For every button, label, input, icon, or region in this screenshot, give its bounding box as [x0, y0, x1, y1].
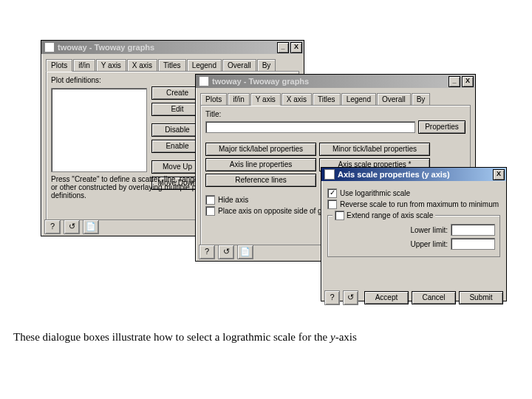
app-icon: [199, 76, 209, 86]
close-button[interactable]: X: [493, 169, 505, 180]
tab-overall[interactable]: Overall: [377, 93, 411, 105]
close-button[interactable]: X: [462, 76, 474, 87]
checkbox-checked-icon: ✓: [327, 188, 337, 198]
tab-xaxis[interactable]: X axis: [282, 93, 312, 105]
checkbox-icon: [205, 206, 215, 216]
title-label: Title:: [205, 110, 466, 118]
checkbox-icon[interactable]: [335, 211, 344, 220]
help-icon[interactable]: ?: [44, 219, 61, 234]
plot-definitions-list[interactable]: [51, 88, 147, 172]
extend-range-label: Extend range of axis scale: [347, 211, 433, 219]
log-scale-checkbox[interactable]: ✓ Use logarithmic scale: [327, 188, 500, 198]
copy-icon[interactable]: 📄: [237, 245, 253, 259]
caption-ital: y: [330, 331, 335, 343]
app-icon: [324, 169, 335, 180]
extend-range-group: Extend range of axis scale Lower limit: …: [327, 215, 500, 257]
major-tick-button[interactable]: Major tick/label properties: [205, 143, 316, 156]
properties-button[interactable]: Properties: [418, 120, 466, 134]
hide-axis-label: Hide axis: [218, 196, 248, 204]
reset-icon[interactable]: ↺: [218, 245, 234, 259]
axis-line-button[interactable]: Axis line properties: [205, 158, 316, 171]
submit-button[interactable]: Submit: [459, 291, 503, 304]
reset-icon[interactable]: ↺: [64, 219, 80, 234]
cancel-button[interactable]: Cancel: [412, 291, 456, 304]
checkbox-icon: [327, 200, 337, 209]
dlg3-title: Axis scale properties (y axis): [338, 170, 493, 179]
hint-text: Press "Create" to define a scatter, line…: [51, 175, 206, 200]
lower-limit-label: Lower limit:: [410, 226, 448, 234]
close-button[interactable]: X: [290, 42, 302, 53]
tab-xaxis[interactable]: X axis: [127, 59, 157, 71]
tab-legend[interactable]: Legend: [341, 93, 376, 105]
help-icon[interactable]: ?: [199, 245, 215, 259]
copy-icon[interactable]: 📄: [83, 219, 99, 234]
log-scale-label: Use logarithmic scale: [340, 189, 410, 197]
lower-limit-input[interactable]: [451, 224, 495, 236]
caption-post: -axis: [335, 331, 357, 343]
upper-limit-label: Upper limit:: [410, 240, 448, 248]
dlg3-titlebar[interactable]: Axis scale properties (y axis) X: [321, 168, 506, 181]
tab-plots[interactable]: Plots: [46, 59, 72, 72]
tab-titles[interactable]: Titles: [158, 59, 186, 71]
caption-pre: These dialogue boxes illustrate how to s…: [13, 331, 330, 343]
minimize-button[interactable]: _: [449, 76, 460, 87]
title-input[interactable]: [205, 121, 415, 133]
dlg1-titlebar[interactable]: twoway - Twoway graphs _ X: [41, 41, 304, 54]
tab-plots[interactable]: Plots: [200, 93, 227, 105]
tab-titles[interactable]: Titles: [313, 93, 341, 105]
caption: These dialogue boxes illustrate how to s…: [13, 331, 357, 344]
minimize-button[interactable]: _: [277, 42, 289, 53]
upper-limit-input[interactable]: [451, 238, 495, 250]
reference-lines-button[interactable]: Reference lines: [205, 174, 316, 187]
dlg2-titlebar[interactable]: twoway - Twoway graphs _ X: [196, 75, 475, 88]
dlg2-title: twoway - Twoway graphs: [212, 77, 449, 86]
opposite-side-label: Place axis on opposite side of graph: [218, 207, 337, 215]
tab-ifin[interactable]: if/in: [228, 93, 250, 105]
reverse-scale-label: Reverse scale to run from maximum to min…: [340, 200, 499, 208]
tab-legend[interactable]: Legend: [187, 59, 222, 71]
tab-overall[interactable]: Overall: [222, 59, 256, 71]
help-icon[interactable]: ?: [324, 290, 340, 305]
checkbox-icon: [205, 195, 215, 205]
reverse-scale-checkbox[interactable]: Reverse scale to run from maximum to min…: [327, 200, 500, 209]
accept-button[interactable]: Accept: [364, 291, 409, 304]
dlg1-title: twoway - Twoway graphs: [58, 43, 277, 52]
reset-icon[interactable]: ↺: [343, 290, 358, 305]
tab-by[interactable]: By: [257, 59, 276, 71]
minor-tick-button[interactable]: Minor tick/label properties: [319, 143, 430, 156]
tab-by[interactable]: By: [412, 93, 431, 105]
app-icon: [44, 42, 55, 52]
tab-yaxis[interactable]: Y axis: [250, 93, 281, 106]
tab-yaxis[interactable]: Y axis: [96, 59, 126, 71]
tab-ifin[interactable]: if/in: [73, 59, 95, 71]
